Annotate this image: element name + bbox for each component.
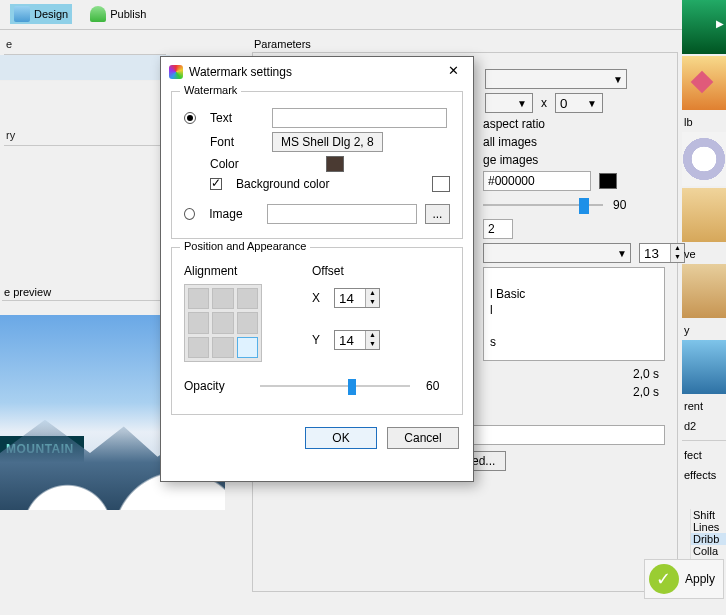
tab-publish[interactable]: Publish xyxy=(86,4,150,24)
watermark-dialog: Watermark settings ✕ Watermark Text Font… xyxy=(160,56,474,482)
template-listbox[interactable]: l Basic l s xyxy=(483,267,665,361)
spin-up-icon[interactable]: ▲ xyxy=(365,289,379,298)
list-item[interactable] xyxy=(488,318,660,334)
thumb-3[interactable] xyxy=(682,132,726,186)
opacity-slider[interactable] xyxy=(260,376,410,396)
preview-pager[interactable] xyxy=(78,488,152,498)
pager-dot[interactable] xyxy=(126,488,136,498)
x-label: x xyxy=(541,96,547,110)
list-item[interactable]: l xyxy=(488,302,660,318)
quality-value: 90 xyxy=(613,198,626,212)
bgcolor-checkbox[interactable] xyxy=(210,178,222,190)
num2-input[interactable] xyxy=(483,219,513,239)
watermark-image-input[interactable] xyxy=(267,204,417,224)
thumb-1[interactable]: ▶ xyxy=(682,0,726,54)
thumb-4[interactable] xyxy=(682,188,726,242)
pager-dot-active[interactable] xyxy=(142,488,152,498)
sidebar-item-selected[interactable] xyxy=(0,55,170,81)
strip-label-ve: ve xyxy=(682,244,726,264)
align-mc[interactable] xyxy=(212,312,233,333)
align-tc[interactable] xyxy=(212,288,233,309)
combo-wide-input[interactable] xyxy=(484,244,614,262)
align-br-selected[interactable] xyxy=(237,337,258,358)
align-tl[interactable] xyxy=(188,288,209,309)
color-swatch[interactable] xyxy=(326,156,344,172)
strip-label-d2: d2 xyxy=(682,416,726,436)
h-input[interactable] xyxy=(556,94,584,112)
spin-13[interactable]: ▲▼ xyxy=(639,243,685,263)
cancel-button[interactable]: Cancel xyxy=(387,427,459,449)
divider xyxy=(4,145,166,146)
align-bc[interactable] xyxy=(212,337,233,358)
pager-dot[interactable] xyxy=(78,488,88,498)
font-label: Font xyxy=(210,135,264,149)
bgcolor-input[interactable] xyxy=(483,171,591,191)
list-item[interactable] xyxy=(488,270,660,286)
spin-down-icon[interactable]: ▼ xyxy=(365,340,379,349)
aspect-label: aspect ratio xyxy=(483,117,545,131)
small-label: all images xyxy=(483,135,537,149)
quality-slider[interactable] xyxy=(483,195,603,215)
w-combo[interactable]: ▼ xyxy=(485,93,533,113)
ok-button[interactable]: OK xyxy=(305,427,377,449)
publish-icon xyxy=(90,6,106,22)
color-label: Color xyxy=(210,157,264,171)
thumb-6[interactable] xyxy=(682,340,726,394)
slider-thumb[interactable] xyxy=(348,379,356,395)
thumb-5[interactable] xyxy=(682,264,726,318)
close-button[interactable]: ✕ xyxy=(441,63,465,81)
align-bl[interactable] xyxy=(188,337,209,358)
alignment-grid[interactable] xyxy=(184,284,262,362)
effect-item-selected[interactable]: Dribb xyxy=(691,533,726,545)
size-combo[interactable]: ▼ xyxy=(485,69,627,89)
combo-wide[interactable]: ▼ xyxy=(483,243,631,263)
h-combo[interactable]: ▼ xyxy=(555,93,603,113)
duration-2: 2,0 s xyxy=(633,385,659,399)
effect-item[interactable]: Colla xyxy=(691,545,726,557)
bgcolor-swatch[interactable] xyxy=(599,173,617,189)
strip-label-lb: lb xyxy=(682,112,726,132)
sidebar-item-ry[interactable]: ry xyxy=(0,121,170,145)
spin-input[interactable] xyxy=(640,244,670,262)
strip-label-rent: rent xyxy=(682,396,726,416)
position-group: Position and Appearance Alignment Offset xyxy=(171,247,463,415)
w-input[interactable] xyxy=(486,94,514,112)
watermark-text-input[interactable] xyxy=(272,108,447,128)
browse-button[interactable]: ... xyxy=(425,204,450,224)
align-ml[interactable] xyxy=(188,312,209,333)
size-input[interactable] xyxy=(486,70,610,88)
radio-text[interactable] xyxy=(184,112,196,124)
list-item[interactable]: l Basic xyxy=(488,286,660,302)
pager-dot[interactable] xyxy=(94,488,104,498)
font-button[interactable]: MS Shell Dlg 2, 8 xyxy=(272,132,383,152)
effect-item[interactable]: Lines xyxy=(691,521,726,533)
offset-x-input[interactable] xyxy=(335,289,365,307)
pager-dot[interactable] xyxy=(110,488,120,498)
slider-thumb[interactable] xyxy=(579,198,589,214)
chevron-down-icon: ▼ xyxy=(584,98,600,109)
spin-down-icon[interactable]: ▼ xyxy=(365,298,379,307)
sidebar-group: e xyxy=(0,30,170,54)
preview-caption: MOUNTAIN xyxy=(0,436,84,462)
tab-design[interactable]: Design xyxy=(10,4,72,24)
thumb-2[interactable] xyxy=(682,56,726,110)
radio-image[interactable] xyxy=(184,208,195,220)
offset-label: Offset xyxy=(312,264,380,278)
spin-up-icon[interactable]: ▲ xyxy=(365,331,379,340)
tab-publish-label: Publish xyxy=(110,8,146,20)
bgcolor-swatch[interactable] xyxy=(432,176,450,192)
diamond-icon xyxy=(691,71,714,94)
chevron-down-icon: ▼ xyxy=(514,98,530,109)
apply-button[interactable]: ✓ Apply xyxy=(644,559,724,599)
play-icon: ▶ xyxy=(716,18,724,29)
align-tr[interactable] xyxy=(237,288,258,309)
parameters-title: Parameters xyxy=(254,38,678,50)
align-mr[interactable] xyxy=(237,312,258,333)
dialog-title: Watermark settings xyxy=(189,65,292,79)
offset-y-input[interactable] xyxy=(335,331,365,349)
offset-x-spin[interactable]: ▲▼ xyxy=(334,288,380,308)
effect-item[interactable]: Shift xyxy=(691,509,726,521)
offset-y-spin[interactable]: ▲▼ xyxy=(334,330,380,350)
list-item[interactable]: s xyxy=(488,334,660,350)
divider xyxy=(682,440,726,441)
